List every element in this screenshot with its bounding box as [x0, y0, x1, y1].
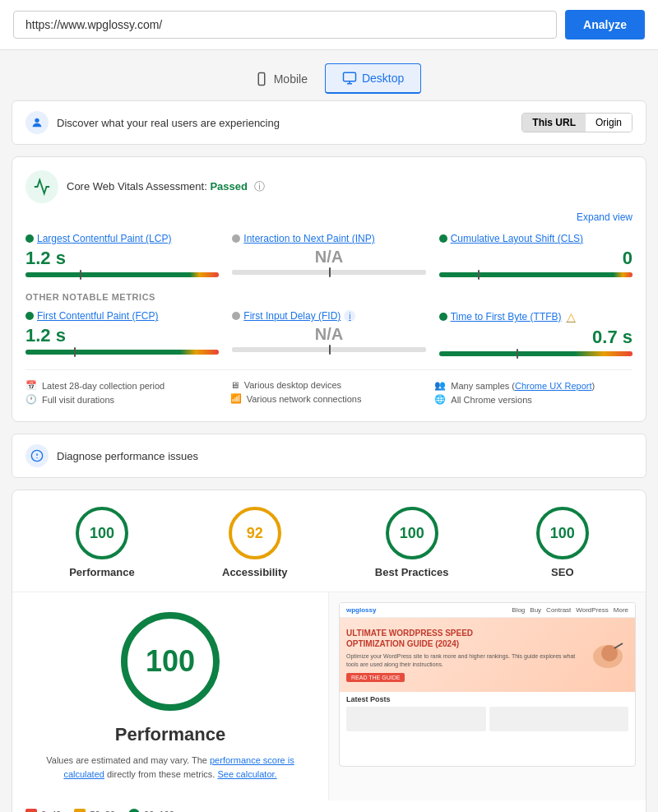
real-users-icon — [25, 111, 49, 134]
users-icon: 👥 — [434, 380, 446, 391]
metric-inp-label[interactable]: Interaction to Next Paint (INP) — [232, 233, 425, 244]
tab-desktop-label: Desktop — [362, 72, 404, 85]
url-origin-toggle[interactable]: This URL Origin — [521, 113, 633, 132]
metric-ttfb-label[interactable]: Time to First Byte (TTFB) △ — [439, 310, 633, 323]
lcp-bar — [25, 272, 219, 277]
fid-info-icon: i — [344, 310, 355, 322]
this-url-button[interactable]: This URL — [522, 114, 586, 132]
top-bar: Analyze — [0, 0, 658, 50]
info-chrome-versions: 🌐 All Chrome versions — [434, 394, 633, 405]
legend-green: 90–100 — [128, 809, 174, 812]
fcp-progress — [25, 350, 219, 355]
device-tabs: Mobile Desktop — [0, 50, 658, 100]
tab-mobile-label: Mobile — [274, 72, 308, 86]
best-practices-circle: 100 — [386, 507, 438, 559]
legend-row: ▲ 0–49 ■ 50–89 90–100 — [12, 800, 646, 812]
other-metrics-row: First Contentful Paint (FCP) 1.2 s First… — [25, 310, 633, 358]
legend-amber-dot: ■ — [74, 809, 86, 812]
accessibility-circle: 92 — [229, 507, 281, 559]
fcp-value: 1.2 s — [25, 325, 219, 346]
chrome-icon: 🌐 — [434, 394, 446, 405]
info-network: 📶 Various network connections — [230, 393, 429, 404]
info-col-3: 👥 Many samples (Chrome UX Report) 🌐 All … — [434, 380, 633, 408]
metric-inp: Interaction to Next Paint (INP) N/A — [232, 233, 425, 279]
info-col-1: 📅 Latest 28-day collection period 🕐 Full… — [25, 380, 224, 408]
calculator-link[interactable]: See calculator. — [217, 769, 276, 779]
analyze-button[interactable]: Analyze — [565, 10, 645, 39]
info-visit-duration: 🕐 Full visit durations — [25, 394, 224, 405]
fcp-marker — [74, 347, 76, 357]
screenshot-preview: wpglossy BlogBuyContrastWordPressMore UL… — [339, 602, 636, 767]
metric-ttfb: Time to First Byte (TTFB) △ 0.7 s — [439, 310, 633, 358]
score-performance: 100 Performance — [69, 507, 134, 578]
big-score-circle: 100 — [121, 612, 220, 711]
ttfb-bar — [439, 351, 633, 356]
fid-marker — [329, 345, 331, 355]
legend-amber: ■ 50–89 — [74, 809, 115, 812]
inp-label-text: Interaction to Next Paint (INP) — [243, 233, 374, 244]
cls-label-text: Cumulative Layout Shift (CLS) — [451, 233, 583, 244]
info-samples-text: Many samples (Chrome UX Report) — [451, 381, 595, 391]
fcp-dot — [25, 312, 34, 320]
monitor-icon: 🖥 — [230, 380, 239, 390]
ttfb-marker — [517, 349, 518, 359]
lcp-label-text: Largest Contentful Paint (LCP) — [37, 233, 171, 244]
metric-fcp-label[interactable]: First Contentful Paint (FCP) — [25, 310, 219, 322]
clock-icon: 🕐 — [25, 394, 37, 405]
chrome-ux-link[interactable]: Chrome UX Report — [515, 381, 592, 391]
info-collection-period: 📅 Latest 28-day collection period — [25, 380, 224, 391]
cwv-icon — [25, 170, 58, 203]
inp-marker — [329, 267, 331, 277]
main-content: Discover what your real users are experi… — [0, 100, 658, 812]
legend-red-dot: ▲ — [25, 809, 37, 812]
screenshot-latest-posts: Latest Posts — [340, 692, 635, 707]
url-input[interactable] — [13, 11, 557, 39]
screenshot-hero: ULTIMATE WORDPRESS SPEEDOPTIMIZATION GUI… — [340, 618, 635, 692]
real-users-left: Discover what your real users are experi… — [25, 111, 280, 134]
hero-image — [587, 638, 628, 671]
cwv-metrics-row: Largest Contentful Paint (LCP) 1.2 s Int… — [25, 233, 633, 279]
info-collection-text: Latest 28-day collection period — [42, 381, 164, 391]
fid-label-text: First Input Delay (FID) — [243, 310, 341, 322]
origin-button[interactable]: Origin — [586, 114, 632, 132]
info-network-text: Various network connections — [247, 394, 362, 404]
info-col-2: 🖥 Various desktop devices 📶 Various netw… — [230, 380, 429, 408]
metric-fcp: First Contentful Paint (FCP) 1.2 s — [25, 310, 219, 358]
svg-point-5 — [35, 118, 39, 123]
metric-lcp-label[interactable]: Largest Contentful Paint (LCP) — [25, 233, 219, 244]
real-users-title: Discover what your real users are experi… — [57, 117, 280, 129]
inp-value: N/A — [232, 248, 425, 267]
diagnose-bar: Diagnose performance issues — [12, 434, 646, 478]
cls-progress — [439, 272, 633, 277]
screenshot-nav-links: BlogBuyContrastWordPressMore — [512, 606, 628, 614]
svg-point-8 — [36, 457, 37, 458]
metric-fid-label[interactable]: First Input Delay (FID) i — [232, 310, 425, 322]
ttfb-label-text: Time to First Byte (TTFB) — [451, 311, 562, 322]
fid-dot — [232, 312, 240, 320]
score-accessibility: 92 Accessibility — [222, 507, 288, 578]
hero-headline: ULTIMATE WORDPRESS SPEEDOPTIMIZATION GUI… — [346, 628, 581, 649]
post-thumb-1 — [346, 707, 486, 731]
diagnose-title: Diagnose performance issues — [57, 450, 198, 462]
scores-row: 100 Performance 92 Accessibility 100 Bes… — [12, 490, 646, 592]
tab-desktop[interactable]: Desktop — [325, 63, 421, 94]
svg-line-11 — [614, 643, 623, 648]
score-best-practices: 100 Best Practices — [375, 507, 449, 578]
ttfb-value: 0.7 s — [439, 327, 633, 348]
svg-rect-2 — [343, 72, 355, 81]
inp-dot — [232, 234, 240, 243]
cwv-card: Core Web Vitals Assessment: Passed ⓘ Exp… — [12, 156, 646, 422]
cls-value: 0 — [439, 248, 633, 269]
real-users-bar: Discover what your real users are experi… — [12, 100, 646, 145]
expand-view[interactable]: Expand view — [25, 211, 633, 223]
screenshot-inner: wpglossy BlogBuyContrastWordPressMore UL… — [340, 603, 635, 766]
ttfb-warning-icon: △ — [567, 310, 576, 323]
hero-cta: READ THE GUIDE — [346, 673, 405, 682]
scores-card: 100 Performance 92 Accessibility 100 Bes… — [12, 490, 646, 812]
fid-progress — [232, 347, 425, 352]
tab-mobile[interactable]: Mobile — [237, 63, 325, 94]
metric-cls-label[interactable]: Cumulative Layout Shift (CLS) — [439, 233, 633, 244]
other-metrics-label: OTHER NOTABLE METRICS — [25, 292, 633, 302]
legend-red: ▲ 0–49 — [25, 809, 61, 812]
lcp-progress — [25, 272, 219, 277]
